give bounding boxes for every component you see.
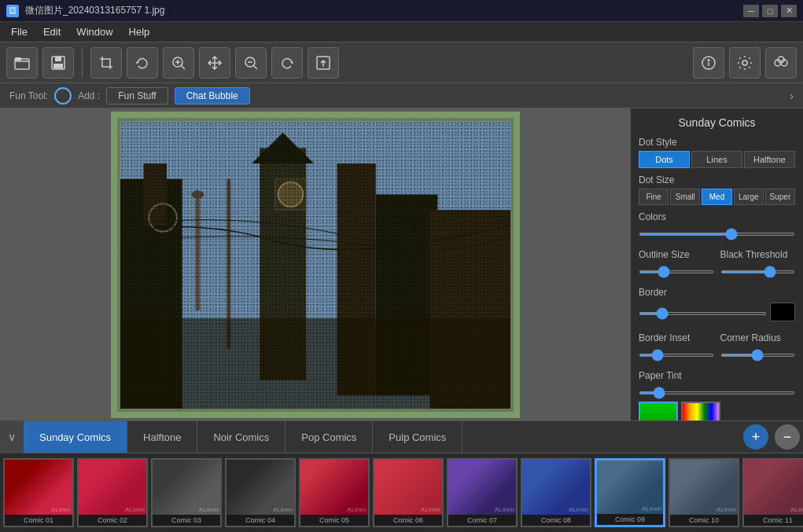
film-item-4[interactable]: ALimm Comic 04 xyxy=(225,458,296,527)
film-item-11[interactable]: ALimm Comic 11 xyxy=(742,458,803,527)
size-small[interactable]: Small xyxy=(670,189,700,205)
inset-radius-row: Border Inset Corner Radius xyxy=(639,326,795,364)
fun-nav-forward[interactable]: › xyxy=(790,90,794,102)
border-inset-label: Border Inset xyxy=(639,332,714,343)
watermark: ALimm xyxy=(347,506,367,513)
save-tool[interactable] xyxy=(42,47,74,79)
tab-noir-comics[interactable]: Noir Comics xyxy=(197,421,285,453)
toolbar xyxy=(0,42,803,83)
outline-threshold-row: Outline Size Black Threshold xyxy=(639,243,795,281)
menu-bar: File Edit Window Help xyxy=(0,22,803,42)
window-title: 微信图片_20240313165757 1.jpg xyxy=(25,4,737,17)
dot-style-halftone[interactable]: Halftone xyxy=(744,151,795,168)
film-item-10[interactable]: ALimm Comic 10 xyxy=(669,458,739,527)
tint-green-swatch[interactable] xyxy=(639,402,678,420)
film-thumb-2: ALimm xyxy=(79,460,146,515)
tab-pop-comics[interactable]: Pop Comics xyxy=(285,421,373,453)
menu-window[interactable]: Window xyxy=(68,23,120,41)
film-item-9[interactable]: ALimm Comic 09 xyxy=(595,458,665,527)
dot-style-group: Dots Lines Halftone xyxy=(639,151,795,168)
minimize-button[interactable]: ─ xyxy=(743,5,759,17)
export-tool[interactable] xyxy=(308,47,339,79)
film-item-6[interactable]: ALimm Comic 06 xyxy=(373,458,444,527)
fun-tool-label: Fun Tool: xyxy=(9,90,48,101)
right-panel: Sunday Comics Dot Style Dots Lines Halft… xyxy=(630,108,803,420)
menu-file[interactable]: File xyxy=(3,23,35,41)
film-thumb-6: ALimm xyxy=(374,460,442,515)
paper-tint-label: Paper Tint xyxy=(639,370,795,381)
rotate-right-tool[interactable] xyxy=(271,47,303,79)
size-fine[interactable]: Fine xyxy=(639,189,669,205)
tab-pulp-comics[interactable]: Pulp Comics xyxy=(373,421,462,453)
fun-tool-circle-icon xyxy=(54,87,72,105)
watermark: ALimm xyxy=(790,506,803,513)
film-thumb-8: ALimm xyxy=(522,460,590,515)
dot-size-group: Fine Small Med Large Super xyxy=(639,189,795,205)
border-inset-slider[interactable] xyxy=(639,354,714,357)
colors-slider[interactable] xyxy=(639,233,795,236)
sep1 xyxy=(82,49,83,77)
svg-rect-4 xyxy=(53,64,63,68)
pan-tool[interactable] xyxy=(199,47,230,79)
dot-style-dots[interactable]: Dots xyxy=(639,151,690,168)
crop-tool[interactable] xyxy=(90,47,122,79)
film-item-5[interactable]: ALimm Comic 05 xyxy=(299,458,370,527)
film-label-10: Comic 10 xyxy=(670,515,738,526)
film-thumb-10: ALimm xyxy=(670,460,738,515)
film-label-6: Comic 06 xyxy=(374,515,442,526)
size-large[interactable]: Large xyxy=(734,189,764,205)
tab-remove-button[interactable]: − xyxy=(775,424,800,449)
paper-tint-slider[interactable] xyxy=(639,391,795,394)
window-controls: ─ □ ✕ xyxy=(743,5,797,17)
film-item-7[interactable]: ALimm Comic 07 xyxy=(447,458,518,527)
film-item-2[interactable]: ALimm Comic 02 xyxy=(77,458,148,527)
tint-rainbow-swatch[interactable] xyxy=(681,402,720,420)
paper-tint-slider-row xyxy=(639,386,795,397)
tab-scroll-down[interactable]: ∨ xyxy=(0,420,24,453)
watermark: ALimm xyxy=(51,506,71,513)
settings-tool[interactable] xyxy=(729,47,761,79)
main-area: Sunday Comics Dot Style Dots Lines Halft… xyxy=(0,108,803,420)
film-thumb-7: ALimm xyxy=(448,460,516,515)
film-item-8[interactable]: ALimm Comic 08 xyxy=(521,458,591,527)
border-slider-row xyxy=(639,303,795,321)
film-label-5: Comic 05 xyxy=(300,515,368,526)
size-super[interactable]: Super xyxy=(765,189,795,205)
border-slider[interactable] xyxy=(639,312,767,315)
menu-edit[interactable]: Edit xyxy=(35,23,68,41)
maximize-button[interactable]: □ xyxy=(762,5,778,17)
border-color-swatch[interactable] xyxy=(770,303,795,321)
zoom-out-tool[interactable] xyxy=(235,47,267,79)
size-med[interactable]: Med xyxy=(702,189,731,205)
app-icon: 🖼 xyxy=(6,5,19,17)
info-tool[interactable] xyxy=(693,47,724,79)
close-button[interactable]: ✕ xyxy=(781,5,797,17)
black-threshold-slider[interactable] xyxy=(720,270,796,273)
zoom-in-tool[interactable] xyxy=(163,47,194,79)
dot-style-lines[interactable]: Lines xyxy=(691,151,742,168)
open-folder-tool[interactable] xyxy=(6,47,38,79)
dot-size-label: Dot Size xyxy=(639,174,795,185)
film-thumb-11: ALimm xyxy=(744,460,803,515)
rotate-left-tool[interactable] xyxy=(127,47,158,79)
black-threshold-label: Black Threshold xyxy=(720,249,796,260)
film-item-3[interactable]: ALimm Comic 03 xyxy=(151,458,222,527)
tab-halftone[interactable]: Halftone xyxy=(127,421,197,453)
effects-tool[interactable] xyxy=(765,47,797,79)
chat-bubble-button[interactable]: Chat Bubble xyxy=(175,87,250,105)
film-item-1[interactable]: ALimm Comic 01 xyxy=(3,458,74,527)
fun-stuff-button[interactable]: Fun Stuff xyxy=(106,87,168,105)
film-label-7: Comic 07 xyxy=(448,515,516,526)
canvas-area[interactable] xyxy=(0,108,630,420)
film-label-11: Comic 11 xyxy=(744,515,803,526)
watermark: ALimm xyxy=(495,506,514,513)
outline-size-slider[interactable] xyxy=(639,270,714,273)
menu-help[interactable]: Help xyxy=(121,23,158,41)
corner-radius-slider[interactable] xyxy=(720,354,796,357)
border-label: Border xyxy=(639,287,795,298)
film-label-4: Comic 04 xyxy=(227,515,294,526)
svg-rect-1 xyxy=(15,57,21,61)
tab-sunday-comics[interactable]: Sunday Comics xyxy=(24,421,127,453)
add-label: Add : xyxy=(78,90,100,101)
tab-add-button[interactable]: + xyxy=(743,424,768,449)
